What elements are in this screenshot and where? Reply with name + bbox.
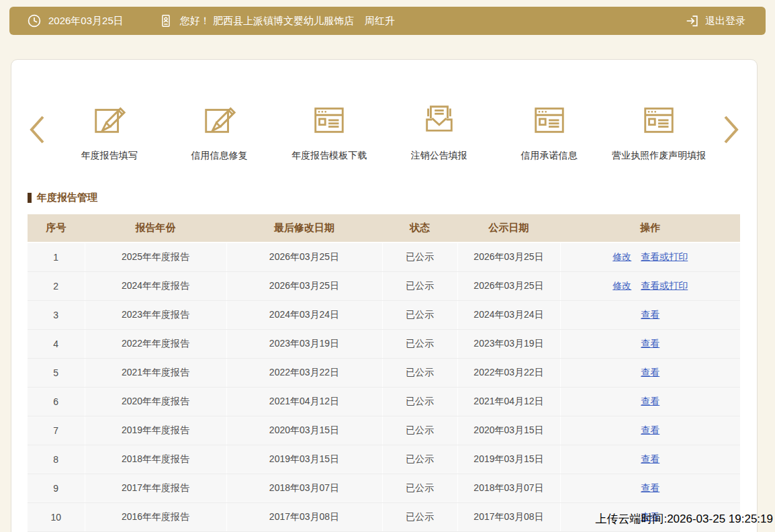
- view-link[interactable]: 查看: [641, 453, 659, 464]
- inbox-icon: [421, 100, 457, 138]
- cell-report-year: 2016年年度报告: [85, 502, 226, 531]
- carousel-item-label: 注销公告填报: [411, 150, 467, 162]
- browser-icon: [311, 100, 347, 138]
- cell-modified-date: 2023年03月19日: [226, 329, 382, 358]
- cell-actions: 查看: [560, 416, 740, 445]
- user-name: 周红升: [365, 15, 395, 28]
- cell-status: 已公示: [382, 502, 457, 531]
- cell-publish-date: 2023年03月19日: [457, 329, 560, 358]
- cell-index: 1: [28, 242, 85, 271]
- cell-modified-date: 2026年03月25日: [226, 271, 382, 300]
- edit-icon: [201, 100, 238, 138]
- modify-link[interactable]: 修改: [612, 251, 631, 262]
- carousel-item-label: 信用承诺信息: [521, 150, 578, 162]
- cell-actions: 查看: [560, 474, 740, 502]
- cell-report-year: 2020年年度报告: [85, 387, 226, 416]
- carousel-item-6[interactable]: 营业执照作废声明填报: [604, 100, 714, 162]
- carousel-item-2[interactable]: 信用信息修复: [165, 100, 275, 162]
- cell-status: 已公示: [382, 445, 457, 474]
- cell-publish-date: 2021年04月12日: [457, 387, 560, 416]
- cell-publish-date: 2020年03月15日: [457, 416, 560, 445]
- cell-status: 已公示: [382, 474, 457, 502]
- cell-index: 5: [28, 358, 85, 387]
- table-row: 2 2024年年度报告 2026年03月25日 已公示 2026年03月25日 …: [28, 271, 740, 300]
- cell-report-year: 2017年年度报告: [85, 474, 226, 502]
- view-link[interactable]: 查看: [641, 309, 659, 320]
- cell-report-year: 2021年年度报告: [85, 358, 226, 387]
- cell-modified-date: 2019年03月15日: [226, 445, 382, 474]
- cell-publish-date: 2024年03月24日: [457, 300, 560, 329]
- cell-index: 3: [28, 300, 85, 329]
- table-header-row: 序号报告年份最后修改日期状态公示日期操作: [28, 214, 740, 242]
- view-or-print-link[interactable]: 查看或打印: [641, 251, 688, 262]
- cell-actions: 查看: [560, 445, 740, 474]
- cell-report-year: 2023年年度报告: [85, 300, 226, 329]
- cell-modified-date: 2026年03月25日: [226, 242, 382, 271]
- section-title: 年度报告管理: [28, 191, 757, 204]
- cell-index: 9: [28, 474, 85, 502]
- browser-icon: [531, 100, 567, 138]
- clock-icon: [27, 13, 42, 28]
- cell-status: 已公示: [382, 329, 457, 358]
- carousel-next-button[interactable]: [714, 115, 749, 147]
- cell-actions: 查看: [560, 300, 740, 329]
- annual-report-table: 序号报告年份最后修改日期状态公示日期操作 1 2025年年度报告 2026年03…: [28, 214, 740, 532]
- cell-publish-date: 2018年03月07日: [457, 474, 560, 502]
- view-link[interactable]: 查看: [641, 396, 659, 406]
- carousel-item-4[interactable]: 注销公告填报: [384, 100, 494, 162]
- carousel-item-label: 年度报告模板下载: [291, 150, 367, 162]
- column-header: 最后修改日期: [226, 214, 382, 242]
- carousel-item-3[interactable]: 年度报告模板下载: [274, 100, 384, 162]
- cell-index: 7: [28, 416, 85, 445]
- view-or-print-link[interactable]: 查看或打印: [641, 280, 688, 291]
- table-row: 9 2017年年度报告 2018年03月07日 已公示 2018年03月07日 …: [28, 474, 740, 502]
- cell-actions: 查看: [560, 358, 740, 387]
- logout-button[interactable]: 退出登录: [684, 13, 766, 28]
- table-row: 1 2025年年度报告 2026年03月25日 已公示 2026年03月25日 …: [28, 242, 740, 271]
- current-date: 2026年03月25日: [48, 15, 124, 28]
- column-header: 报告年份: [85, 214, 226, 242]
- cell-index: 10: [28, 502, 85, 531]
- cell-modified-date: 2017年03月08日: [226, 502, 382, 531]
- cell-actions: 修改查看或打印: [560, 271, 740, 300]
- cell-report-year: 2019年年度报告: [85, 416, 226, 445]
- view-link[interactable]: 查看: [641, 338, 659, 349]
- table-row: 8 2018年年度报告 2019年03月15日 已公示 2019年03月15日 …: [28, 445, 740, 474]
- cell-report-year: 2022年年度报告: [85, 329, 226, 358]
- chevron-right-icon: [723, 115, 740, 147]
- view-link[interactable]: 查看: [641, 425, 659, 435]
- cell-publish-date: 2026年03月25日: [457, 242, 560, 271]
- cell-modified-date: 2018年03月07日: [226, 474, 382, 502]
- cell-modified-date: 2022年03月22日: [226, 358, 382, 387]
- greeting-text: 您好！ 肥西县上派镇博文婴幼儿服饰店: [180, 15, 354, 28]
- column-header: 序号: [28, 214, 85, 242]
- cell-index: 8: [28, 445, 85, 474]
- modify-link[interactable]: 修改: [612, 280, 631, 291]
- table-row: 7 2019年年度报告 2020年03月15日 已公示 2020年03月15日 …: [28, 416, 740, 445]
- chevron-left-icon: [28, 115, 46, 147]
- table-row: 4 2022年年度报告 2023年03月19日 已公示 2023年03月19日 …: [28, 329, 740, 358]
- cell-status: 已公示: [382, 242, 457, 271]
- view-link[interactable]: 查看: [641, 367, 659, 378]
- section-title-text: 年度报告管理: [37, 191, 97, 204]
- cell-modified-date: 2020年03月15日: [226, 416, 382, 445]
- column-header: 操作: [560, 214, 740, 242]
- carousel-prev-button[interactable]: [19, 115, 54, 147]
- cell-actions: 查看: [560, 387, 740, 416]
- topbar-left: 2026年03月25日 您好！ 肥西县上派镇博文婴幼儿服饰店 周红升: [9, 13, 684, 28]
- cell-publish-date: 2019年03月15日: [457, 445, 560, 474]
- cell-index: 6: [28, 387, 85, 416]
- cell-publish-date: 2022年03月22日: [457, 358, 560, 387]
- cell-status: 已公示: [382, 300, 457, 329]
- carousel-item-label: 年度报告填写: [81, 150, 138, 162]
- carousel-item-1[interactable]: 年度报告填写: [54, 100, 165, 162]
- cell-publish-date: 2026年03月25日: [457, 271, 560, 300]
- view-link[interactable]: 查看: [641, 482, 659, 493]
- cell-index: 4: [28, 329, 85, 358]
- carousel-item-5[interactable]: 信用承诺信息: [494, 100, 604, 162]
- table-row: 3 2023年年度报告 2024年03月24日 已公示 2024年03月24日 …: [28, 300, 740, 329]
- cell-report-year: 2025年年度报告: [85, 242, 226, 271]
- carousel-item-label: 信用信息修复: [191, 150, 248, 162]
- section-bullet-icon: [28, 193, 32, 203]
- cell-status: 已公示: [382, 358, 457, 387]
